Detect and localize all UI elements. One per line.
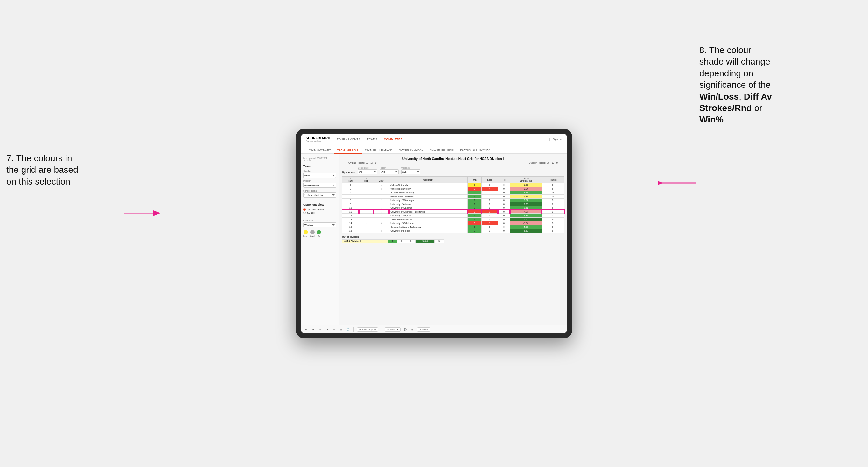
nav-items: TOURNAMENTS TEAMS COMMITTEE [337,138,549,141]
table-cell: 3 [542,198,564,202]
tab-player-h2h-grid[interactable]: PLAYER H2H GRID [427,149,457,154]
col-rounds: Rounds [542,177,564,183]
comment-icon[interactable]: 💬 [403,328,408,332]
table-cell: 1 [373,202,389,206]
table-cell: Auburn University [389,183,468,187]
sign-out-link[interactable]: Sign out [550,138,562,141]
nav-teams[interactable]: TEAMS [367,138,378,141]
table-row: 3-2Vanderbilt University040-2.298 [342,187,564,191]
colour-by-select[interactable]: Win/loss [303,222,336,227]
forward-icon[interactable]: → [318,328,322,332]
opponent-filter-label: Opponent [401,167,420,169]
annotation-right-line2: shade will change [700,57,770,66]
table-cell: 0 [468,210,482,214]
table-cell: 9 [542,229,564,233]
tab-team-summary[interactable]: TEAM SUMMARY [306,149,334,154]
tab-player-h2h-heatmap[interactable]: PLAYER H2H HEATMAP [457,149,494,154]
view-original-btn[interactable]: ☰ View: Original [357,328,378,332]
watch-btn[interactable]: 👁 Watch ▾ [385,328,401,332]
school-select[interactable]: 1. University of Nort... [303,192,336,197]
table-cell: 1 [482,191,498,195]
annotation-right-bold1: Win/Loss [700,92,739,101]
bottom-toolbar: ↩ ↪ → ⟳ ⧉ ⊞ 🕐 ☰ View: Original 👁 Watch ▾… [301,325,567,333]
share-btn[interactable]: ↗ Share [417,328,431,332]
copy-icon[interactable]: ⧉ [332,328,336,332]
opponent-select[interactable]: (All) [401,169,420,174]
radio-top100[interactable]: Top 100 [303,212,336,214]
annotation-right-strokes: Strokes/Rnd [700,103,752,113]
division-select[interactable]: NCAA Division I [303,183,336,188]
radio-opponents-played-input[interactable] [303,208,306,211]
share-icon: ↗ [420,328,421,331]
colour-down-circle [304,230,308,235]
table-cell: - [359,202,373,206]
table-cell: 0 [468,221,482,225]
radio-top100-input[interactable] [303,212,306,214]
table-cell: 0 [482,218,498,221]
col-tie: Tie [498,177,510,183]
region-select[interactable]: (All) [380,169,399,174]
grid-records: Overall Record: 89 - 17 - 0 Division Rec… [342,161,564,164]
table-cell: Florida State University [389,195,468,198]
out-of-division-label: Out of division [342,236,564,238]
timestamp-time: 16:55:38 [303,159,336,162]
table-cell: University of Alabama [389,206,468,210]
table-cell: 2.28 [510,191,541,195]
table-cell: 1 [482,210,498,214]
toolbar-separator1 [353,328,354,332]
radio-opponents-played[interactable]: Opponents Played [303,208,336,211]
colour-up-label: Up [317,235,320,237]
table-cell: 0 [498,218,510,221]
table-row: 15-4Georgia Institute of Technology5004.… [342,225,564,229]
table-cell: 5 [468,191,482,195]
table-row: 2-1Auburn University2101.679 [342,183,564,187]
table-cell: 1 [373,183,389,187]
table-cell: 1 [482,229,498,233]
out-of-div-table: NCAA Division II 1 0 0 26.00 3 [342,239,444,243]
crop-icon[interactable]: ⊞ [339,328,343,332]
table-cell: University of Florida [389,229,468,233]
out-div-win: 1 [388,240,397,243]
conference-select[interactable]: (All) [358,169,377,174]
colour-by-label: Colour by [303,219,336,222]
out-div-diff: 26.00 [415,240,435,243]
table-cell: 6.62 [510,229,541,233]
col-loss: Loss [482,177,498,183]
gender-select[interactable]: Men's [303,173,336,178]
redo-icon[interactable]: ↪ [311,328,315,332]
opponent-view-title: Opponent View [303,203,336,206]
tab-player-summary[interactable]: PLAYER SUMMARY [395,149,426,154]
colour-down-label: Down [303,235,308,237]
table-cell: 0 [482,214,498,218]
table-cell: 9 [542,225,564,229]
radio-top100-label: Top 100 [307,212,315,214]
refresh-icon[interactable]: ⟳ [325,328,329,332]
table-cell: 5 [373,206,389,210]
table-cell: - [359,191,373,195]
table-cell: 8 [342,198,359,202]
col-diff: Diff AvStrokes/Rnd [510,177,541,183]
annotation-left-line2: the grid are based [6,165,78,175]
col-win: Win [468,177,482,183]
table-cell: University of Arizona [389,202,468,206]
table-row: 10-5University of Alabama3002.618 [342,206,564,210]
nav-committee[interactable]: COMMITTEE [384,138,403,141]
clock-icon[interactable]: 🕐 [346,328,350,332]
tab-team-h2h-heatmap[interactable]: TEAM H2H HEATMAP [362,149,396,154]
table-cell: - [359,210,373,214]
out-div-loss: 0 [397,240,406,243]
tab-team-h2h-grid[interactable]: TEAM H2H GRID [334,149,362,154]
grid-icon[interactable]: ⊞ [410,328,414,332]
nav-tournaments[interactable]: TOURNAMENTS [337,138,361,141]
table-cell: 0 [498,187,510,191]
table-row: 4-1Arizona State University5102.2817 [342,191,564,195]
table-cell: 14 [342,221,359,225]
table-cell: Texas Tech University [389,218,468,221]
annotation-left-line3: on this selection [6,177,70,186]
table-cell: 5.56 [510,218,541,221]
undo-icon[interactable]: ↩ [304,328,308,332]
annotation-right-line4: significance of the [700,80,771,90]
table-cell: 6 [342,195,359,198]
table-cell: 1 [468,198,482,202]
table-row: 9-1University of Arizona1009.002 [342,202,564,206]
